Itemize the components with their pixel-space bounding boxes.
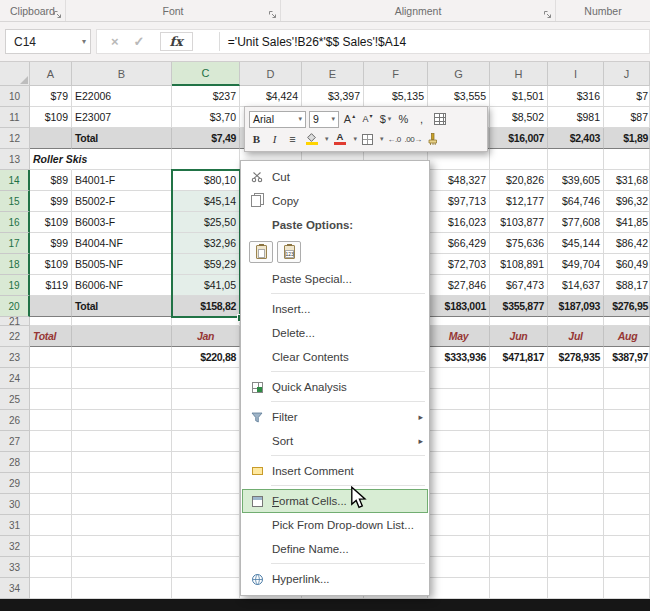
cell-A13[interactable]: Roller Skis — [30, 149, 72, 170]
row-header-26[interactable]: 26 — [0, 410, 30, 431]
cell-A33[interactable] — [30, 557, 72, 578]
cell-G21[interactable] — [428, 317, 490, 326]
cell-H16[interactable]: $103,877 — [490, 212, 548, 233]
cell-A29[interactable] — [30, 473, 72, 494]
cell-C25[interactable] — [172, 389, 240, 410]
cell-B31[interactable] — [72, 515, 172, 536]
cell-C23[interactable]: $220,88 — [172, 347, 240, 368]
cell-C26[interactable] — [172, 410, 240, 431]
cell-J12[interactable]: $1,89 — [604, 128, 650, 149]
cell-J26[interactable] — [604, 410, 650, 431]
cell-I20[interactable]: $187,093 — [548, 296, 604, 317]
cell-G18[interactable]: $72,703 — [428, 254, 490, 275]
menu-item-insert[interactable]: Insert... — [242, 297, 428, 321]
cell-H25[interactable] — [490, 389, 548, 410]
cell-A30[interactable] — [30, 494, 72, 515]
cell-I24[interactable] — [548, 368, 604, 389]
cell-G31[interactable] — [428, 515, 490, 536]
cell-C33[interactable] — [172, 557, 240, 578]
cell-B32[interactable] — [72, 536, 172, 557]
menu-item-quick-analysis[interactable]: Quick Analysis — [242, 375, 428, 399]
cell-A23[interactable] — [30, 347, 72, 368]
cell-C14[interactable]: $80,10 — [172, 170, 240, 191]
cell-B14[interactable]: B4001-F — [72, 170, 172, 191]
cell-A34[interactable] — [30, 578, 72, 599]
cell-G27[interactable] — [428, 431, 490, 452]
row-header-14[interactable]: 14 — [0, 170, 30, 191]
cell-C31[interactable] — [172, 515, 240, 536]
cell-I18[interactable]: $49,704 — [548, 254, 604, 275]
cell-B25[interactable] — [72, 389, 172, 410]
cell-C34[interactable] — [172, 578, 240, 599]
cell-G20[interactable]: $183,001 — [428, 296, 490, 317]
cell-I30[interactable] — [548, 494, 604, 515]
cell-B19[interactable]: B6006-NF — [72, 275, 172, 296]
cell-G29[interactable] — [428, 473, 490, 494]
cell-I21[interactable] — [548, 317, 604, 326]
name-box[interactable]: C14 ▾ — [5, 29, 91, 54]
row-header-33[interactable]: 33 — [0, 557, 30, 578]
cell-A19[interactable]: $119 — [30, 275, 72, 296]
cell-G24[interactable] — [428, 368, 490, 389]
menu-item-clear-contents[interactable]: Clear Contents — [242, 345, 428, 369]
row-header-27[interactable]: 27 — [0, 431, 30, 452]
center-align-button[interactable]: ≡ — [285, 130, 300, 148]
row-header-16[interactable]: 16 — [0, 212, 30, 233]
cell-B28[interactable] — [72, 452, 172, 473]
percent-style-button[interactable]: % — [396, 110, 411, 128]
font-size-select[interactable]: 9▾ — [309, 111, 339, 128]
cell-H20[interactable]: $355,877 — [490, 296, 548, 317]
cell-I33[interactable] — [548, 557, 604, 578]
cell-H27[interactable] — [490, 431, 548, 452]
menu-item-format-cells[interactable]: Format Cells... — [242, 489, 428, 513]
cell-F10[interactable]: $5,135 — [364, 86, 428, 107]
cell-G19[interactable]: $27,846 — [428, 275, 490, 296]
cell-H33[interactable] — [490, 557, 548, 578]
menu-item-insert-comment[interactable]: Insert Comment — [242, 459, 428, 483]
cell-C22[interactable]: Jan — [172, 326, 240, 347]
menu-item-paste-special[interactable]: Paste Special... — [242, 267, 428, 291]
cell-A31[interactable] — [30, 515, 72, 536]
insert-function-icon[interactable]: fx — [160, 32, 193, 51]
cell-B22[interactable] — [72, 326, 172, 347]
cell-A14[interactable]: $89 — [30, 170, 72, 191]
cell-J33[interactable] — [604, 557, 650, 578]
row-header-18[interactable]: 18 — [0, 254, 30, 275]
cell-A12[interactable] — [30, 128, 72, 149]
cell-H24[interactable] — [490, 368, 548, 389]
cell-J18[interactable]: $60,49 — [604, 254, 650, 275]
cell-G17[interactable]: $66,429 — [428, 233, 490, 254]
cancel-icon[interactable]: × — [111, 34, 119, 49]
font-color-button[interactable]: A — [332, 130, 349, 148]
cell-H28[interactable] — [490, 452, 548, 473]
cell-G13[interactable] — [428, 149, 490, 170]
cell-B11[interactable]: E23007 — [72, 107, 172, 128]
cell-B21[interactable] — [72, 317, 172, 326]
row-header-21[interactable]: 21 — [0, 317, 30, 326]
cell-H19[interactable]: $67,473 — [490, 275, 548, 296]
cell-I31[interactable] — [548, 515, 604, 536]
cell-I27[interactable] — [548, 431, 604, 452]
row-header-29[interactable]: 29 — [0, 473, 30, 494]
row-header-19[interactable]: 19 — [0, 275, 30, 296]
cell-A27[interactable] — [30, 431, 72, 452]
cell-B27[interactable] — [72, 431, 172, 452]
cell-H13[interactable] — [490, 149, 548, 170]
row-header-22[interactable]: 22 — [0, 326, 30, 347]
cell-I26[interactable] — [548, 410, 604, 431]
column-header-D[interactable]: D — [240, 62, 302, 86]
cell-I12[interactable]: $2,403 — [548, 128, 604, 149]
cell-I16[interactable]: $77,608 — [548, 212, 604, 233]
cell-H18[interactable]: $108,891 — [490, 254, 548, 275]
cell-B12[interactable]: Total — [72, 128, 172, 149]
dialog-launcher-icon[interactable] — [53, 10, 62, 19]
cell-G34[interactable] — [428, 578, 490, 599]
cell-J17[interactable]: $86,42 — [604, 233, 650, 254]
cell-C28[interactable] — [172, 452, 240, 473]
cell-J28[interactable] — [604, 452, 650, 473]
cell-H21[interactable] — [490, 317, 548, 326]
cell-A25[interactable] — [30, 389, 72, 410]
cell-A32[interactable] — [30, 536, 72, 557]
cell-C30[interactable] — [172, 494, 240, 515]
cell-B30[interactable] — [72, 494, 172, 515]
